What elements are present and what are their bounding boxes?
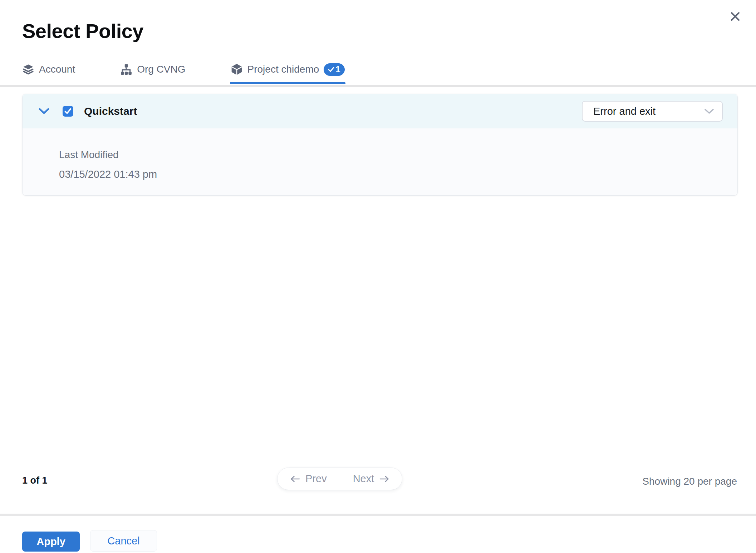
collapse-toggle-button[interactable] bbox=[38, 105, 50, 118]
policy-name: Quickstart bbox=[84, 105, 137, 117]
badge-count: 1 bbox=[335, 64, 340, 74]
tab-label: Org CVNG bbox=[137, 64, 185, 75]
org-tree-icon bbox=[120, 63, 132, 75]
selected-count-badge: 1 bbox=[324, 63, 344, 76]
tab-project-chidemo[interactable]: Project chidemo 1 bbox=[231, 63, 345, 76]
close-button[interactable] bbox=[725, 6, 745, 26]
policy-action-select[interactable]: Error and exit bbox=[582, 101, 723, 122]
close-icon bbox=[729, 10, 741, 23]
footer-divider bbox=[0, 514, 756, 516]
tab-label: Account bbox=[39, 64, 75, 75]
page-count: 1 of 1 bbox=[22, 475, 48, 486]
chevron-down-icon bbox=[38, 108, 50, 115]
policy-action-value: Error and exit bbox=[593, 106, 656, 117]
cube-icon bbox=[231, 63, 243, 75]
policy-checkbox[interactable] bbox=[63, 106, 73, 117]
apply-button[interactable]: Apply bbox=[22, 532, 80, 552]
scope-tabs: Account Org CVNG Project bbox=[22, 61, 345, 78]
check-icon bbox=[64, 108, 72, 115]
cancel-button[interactable]: Cancel bbox=[90, 530, 157, 552]
per-page-label: Showing 20 per page bbox=[642, 476, 737, 487]
prev-button[interactable]: Prev bbox=[278, 468, 340, 490]
policy-details: Last Modified 03/15/2022 01:43 pm bbox=[23, 128, 737, 180]
arrow-left-icon bbox=[290, 475, 300, 483]
policy-card: Quickstart Error and exit Last Modified … bbox=[22, 94, 738, 196]
tab-org-cvng[interactable]: Org CVNG bbox=[120, 63, 185, 75]
last-modified-value: 03/15/2022 01:43 pm bbox=[59, 168, 737, 180]
pager: Prev Next bbox=[277, 468, 402, 490]
last-modified-label: Last Modified bbox=[59, 149, 737, 161]
next-button[interactable]: Next bbox=[340, 468, 402, 490]
policy-row-header[interactable]: Quickstart Error and exit bbox=[23, 94, 737, 128]
tab-label: Project chidemo bbox=[247, 64, 319, 75]
check-icon bbox=[328, 67, 334, 72]
chevron-down-icon bbox=[704, 108, 714, 114]
layers-icon bbox=[22, 63, 34, 75]
prev-label: Prev bbox=[305, 473, 327, 485]
page-title: Select Policy bbox=[22, 19, 143, 43]
arrow-right-icon bbox=[379, 475, 389, 483]
tabs-divider bbox=[0, 85, 756, 87]
tab-account[interactable]: Account bbox=[22, 63, 75, 75]
next-label: Next bbox=[353, 473, 374, 485]
